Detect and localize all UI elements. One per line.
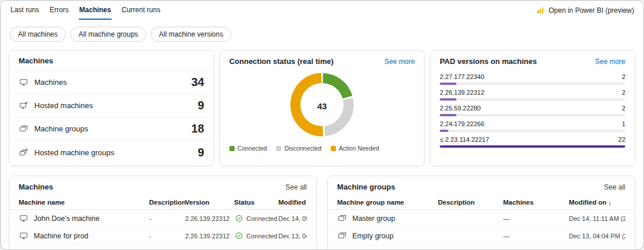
pad-version-count: 22 [618, 136, 625, 143]
pad-version-label: 2.26.139.22312 [440, 89, 484, 96]
summary-label: Machines [34, 78, 185, 87]
machine-icon [19, 231, 28, 240]
pad-version-count: 2 [622, 73, 625, 80]
machine-groups-table-header: Machine group name Description Machines … [328, 195, 635, 210]
pad-bar-track [440, 83, 625, 85]
legend-item-disconnected: Disconnected [276, 145, 321, 152]
open-in-power-bi-label: Open in Power BI (preview) [549, 6, 634, 15]
machine-icon [19, 214, 28, 223]
legend-item-connected: Connected [229, 145, 267, 152]
pad-bar [440, 145, 625, 148]
connection-legend: Connected Disconnected Action Needed [220, 142, 424, 152]
connection-status-title: Connection status (real time) [229, 57, 334, 66]
machines-dashboard: Last runs Errors Machines Current runs O… [0, 0, 644, 250]
column-header-version[interactable]: Version [185, 199, 234, 206]
pad-bar [440, 114, 457, 116]
column-header-status[interactable]: Status [234, 199, 278, 206]
filter-all-machines[interactable]: All machines [10, 27, 66, 42]
machine-description: - [149, 215, 185, 222]
connection-see-more-link[interactable]: See more [384, 58, 415, 66]
machine-group-name: Master group [352, 215, 395, 223]
tab-last-runs[interactable]: Last runs [5, 1, 44, 20]
pad-bar [440, 98, 457, 101]
machine-name: John Doe's machine [34, 215, 100, 223]
tab-current-runs[interactable]: Current runs [116, 1, 166, 20]
connected-check-icon [234, 215, 243, 222]
tab-machines[interactable]: Machines [74, 1, 116, 20]
machine-version: 2.26.139.22312 [185, 233, 234, 240]
pad-bar-track [440, 98, 625, 101]
pad-version-count: 1 [622, 120, 625, 127]
pad-bar-track [440, 130, 625, 132]
machine-groups-see-all-link[interactable]: See all [604, 183, 625, 191]
status-label: Connected [246, 233, 277, 240]
pad-bar [440, 130, 448, 132]
column-header-description[interactable]: Description [438, 199, 503, 206]
machine-status: Connected [234, 232, 278, 240]
group-modified-on: Dec 13, 04:04 PM (22 h ago) [569, 233, 625, 240]
pad-version-row: ≤ 2.23.114.22217 22 [440, 136, 625, 148]
tables-row: Machines See all Machine name Descriptio… [1, 166, 643, 250]
sort-descending-icon: ↓ [608, 199, 612, 206]
legend-swatch-disconnected [276, 146, 281, 151]
legend-label: Connected [238, 145, 267, 152]
column-header-machine-group-name[interactable]: Machine group name [337, 199, 438, 206]
summary-row-hosted-machine-groups: Hosted machine groups 9 [9, 141, 214, 164]
summary-row-machines: Machines 34 [9, 71, 214, 94]
pad-bar-track [440, 114, 625, 116]
pad-version-label: 2.24.179.22266 [440, 120, 484, 127]
hosted-machine-icon [19, 101, 28, 110]
filter-all-machine-versions[interactable]: All machine versions [151, 27, 231, 42]
column-header-description[interactable]: Description [149, 199, 185, 206]
machine-groups-table-card: Machine groups See all Machine group nam… [327, 176, 635, 250]
open-in-power-bi-link[interactable]: Open in Power BI (preview) [536, 6, 634, 15]
machines-see-all-link[interactable]: See all [285, 183, 307, 191]
machine-icon [19, 78, 28, 87]
table-row[interactable]: Machine for prod - 2.26.139.22312 Connec… [9, 227, 316, 245]
pad-version-count: 2 [622, 89, 625, 96]
status-label: Connected [246, 215, 277, 222]
machine-group-name: Empty group [352, 232, 394, 240]
pad-version-label: ≤ 2.23.114.22217 [440, 136, 489, 143]
machine-groups-table-title: Machine groups [337, 183, 395, 191]
filter-all-machine-groups[interactable]: All machine groups [70, 27, 146, 42]
tab-errors[interactable]: Errors [44, 1, 74, 20]
summary-value: 9 [198, 99, 204, 112]
hosted-machine-group-icon [19, 148, 28, 157]
summary-label: Hosted machines [34, 101, 192, 110]
connection-status-card: Connection status (real time) See more 4… [220, 50, 425, 166]
summary-value: 9 [198, 146, 204, 159]
summary-value: 18 [191, 122, 204, 135]
column-header-label: Modified on [278, 199, 307, 206]
machine-version: 2.26.139.22312 [185, 215, 234, 222]
pad-version-label: 2.27.177.22340 [440, 73, 484, 80]
machines-table-card: Machines See all Machine name Descriptio… [9, 176, 317, 250]
pad-version-row: 2.27.177.22340 2 [440, 73, 625, 85]
column-header-machine-name[interactable]: Machine name [19, 199, 149, 206]
column-header-machines[interactable]: Machines [503, 199, 569, 206]
machine-group-icon [337, 231, 346, 240]
pad-version-row: 2.26.139.22312 2 [440, 89, 625, 101]
filter-bar: All machines All machine groups All mach… [1, 20, 643, 44]
pad-versions-title: PAD versions on machines [440, 57, 537, 66]
machines-summary-card: Machines Machines 34 Hosted machines 9 [9, 50, 214, 166]
table-row[interactable]: Master group — Dec 14, 11:11 AM (2 h ago… [328, 210, 635, 227]
pad-see-more-link[interactable]: See more [595, 58, 625, 66]
machine-modified-on: Dec 13, 04:13 PM (2 [278, 233, 307, 240]
machine-modified-on: Dec 14, 09:56 AM (4 [278, 215, 307, 222]
machine-group-icon [337, 214, 346, 223]
column-header-modified-on[interactable]: Modified on↓ [569, 199, 625, 206]
summary-label: Machine groups [34, 124, 185, 133]
table-row[interactable]: Empty group — Dec 13, 04:04 PM (22 h ago… [328, 227, 635, 245]
table-row[interactable]: John Doe's machine - 2.26.139.22312 Conn… [9, 210, 316, 227]
pad-version-count: 2 [622, 105, 625, 112]
group-machines-count: — [503, 215, 569, 222]
donut-total-label: 43 [286, 69, 358, 142]
pad-bar-track [440, 145, 625, 148]
summary-row-machine-groups: Machine groups 18 [9, 117, 214, 141]
column-header-modified-on[interactable]: Modified on↓ [278, 199, 307, 206]
machine-status: Connected [234, 215, 278, 222]
legend-swatch-connected [229, 146, 235, 151]
machine-group-icon [19, 124, 28, 133]
machines-summary-title: Machines [9, 51, 214, 71]
